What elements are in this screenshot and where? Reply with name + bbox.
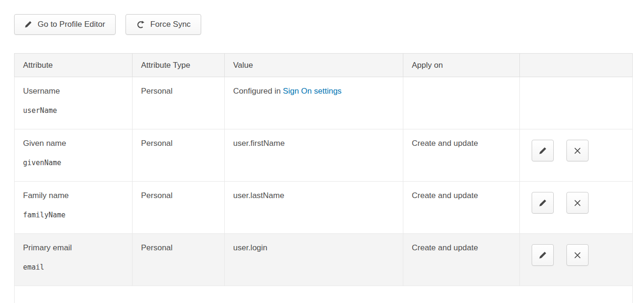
pencil-icon	[539, 199, 547, 207]
attribute-variable: userName	[23, 106, 124, 115]
close-icon	[573, 251, 581, 259]
attribute-label: Family name	[23, 191, 124, 200]
force-sync-label: Force Sync	[150, 20, 191, 29]
edit-attribute-button[interactable]	[532, 244, 554, 266]
table-row-username: Username userName Personal Configured in…	[15, 77, 633, 129]
delete-attribute-button[interactable]	[566, 244, 589, 266]
table-header-row: Attribute Attribute Type Value Apply on	[15, 54, 633, 77]
attribute-mapping-table: Attribute Attribute Type Value Apply on …	[14, 53, 633, 303]
table-row-family-name: Family name familyName Personal user.las…	[15, 182, 633, 234]
pencil-icon	[24, 21, 32, 28]
attribute-variable: givenName	[23, 159, 124, 167]
attribute-label: Primary email	[23, 243, 124, 253]
value-text: user.firstName	[233, 139, 285, 148]
toolbar: Go to Profile Editor Force Sync	[14, 14, 632, 35]
table-row-given-name: Given name givenName Personal user.first…	[15, 129, 633, 182]
table-row-primary-email: Primary email email Personal user.login …	[15, 234, 633, 286]
close-icon	[573, 199, 581, 207]
force-sync-button[interactable]: Force Sync	[126, 14, 201, 35]
pencil-icon	[539, 147, 547, 155]
edit-attribute-button[interactable]	[532, 192, 554, 214]
attribute-variable: familyName	[23, 211, 124, 219]
attribute-variable: email	[23, 263, 124, 271]
go-to-profile-editor-label: Go to Profile Editor	[38, 20, 105, 29]
value-text: user.lastName	[233, 191, 284, 200]
attribute-type: Personal	[141, 139, 173, 148]
table-row-empty	[15, 286, 633, 303]
delete-attribute-button[interactable]	[566, 192, 589, 214]
apply-on-text: Create and update	[412, 191, 478, 200]
value-text: user.login	[233, 243, 267, 252]
value-text: Configured in	[233, 87, 283, 96]
header-attribute-type: Attribute Type	[133, 54, 225, 77]
header-apply-on: Apply on	[403, 54, 520, 77]
edit-attribute-button[interactable]	[532, 140, 554, 161]
apply-on-text: Create and update	[412, 139, 478, 148]
attribute-type: Personal	[141, 87, 173, 96]
attribute-type: Personal	[141, 243, 173, 252]
sign-on-settings-link[interactable]: Sign On settings	[283, 87, 342, 96]
close-icon	[573, 147, 581, 155]
header-value: Value	[225, 54, 403, 77]
delete-attribute-button[interactable]	[566, 140, 589, 161]
attribute-label: Given name	[23, 139, 124, 148]
refresh-icon	[136, 20, 145, 29]
header-attribute: Attribute	[15, 54, 133, 77]
pencil-icon	[539, 251, 547, 259]
attribute-type: Personal	[141, 191, 173, 200]
attribute-mappings-page: Go to Profile Editor Force Sync Attribut…	[0, 0, 644, 303]
header-actions	[520, 54, 633, 77]
attribute-label: Username	[23, 87, 124, 96]
go-to-profile-editor-button[interactable]: Go to Profile Editor	[14, 14, 116, 35]
apply-on-text: Create and update	[412, 243, 478, 252]
